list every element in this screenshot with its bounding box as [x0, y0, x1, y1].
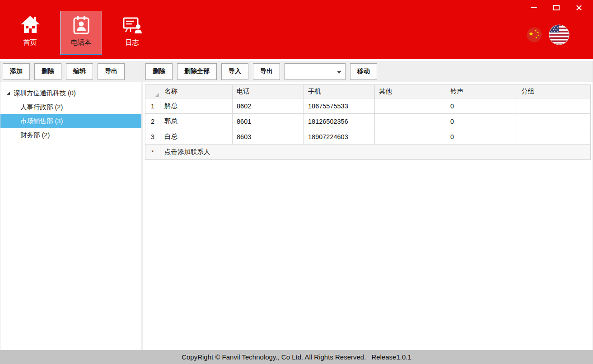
- cell-phone[interactable]: 8603: [233, 129, 304, 145]
- contact-row[interactable]: 2 郭总 8601 18126502356 0: [145, 114, 591, 129]
- nav-log-label: 日志: [126, 38, 139, 47]
- contact-delete-button[interactable]: 删除: [145, 63, 173, 80]
- cell-ring[interactable]: 0: [446, 129, 517, 145]
- footer: CopyRight © Fanvil Technology., Co Ltd. …: [0, 350, 593, 364]
- group-panel: 添加 删除 编辑 导出 深圳方位通讯科技 (0) 人事行政部 (2) 市场销售部…: [0, 61, 143, 350]
- app-window: × 首页: [0, 0, 593, 364]
- tree-expander-icon[interactable]: [6, 92, 10, 95]
- corner-triangle-icon: [155, 93, 159, 97]
- titlebar: × 首页: [0, 0, 593, 59]
- svg-text:★: ★: [535, 36, 537, 39]
- table-header-row: 名称 电话 手机 其他 铃声 分组: [145, 85, 591, 98]
- cell-other[interactable]: [375, 98, 446, 114]
- home-icon: [19, 14, 41, 36]
- group-delete-button[interactable]: 删除: [34, 63, 61, 80]
- minimize-icon: [531, 7, 537, 8]
- column-header-mobile[interactable]: 手机: [304, 85, 375, 98]
- contacts-table-container: 名称 电话 手机 其他 铃声 分组 1 解总 8602: [145, 84, 591, 160]
- nav-home[interactable]: 首页: [9, 11, 51, 55]
- main-content: 添加 删除 编辑 导出 深圳方位通讯科技 (0) 人事行政部 (2) 市场销售部…: [0, 59, 593, 350]
- nav-phonebook[interactable]: 电话本: [60, 11, 102, 55]
- nav-log[interactable]: 日志: [111, 11, 153, 55]
- new-row-marker: *: [145, 145, 160, 160]
- cell-mobile[interactable]: 18675575533: [304, 98, 375, 114]
- cell-group[interactable]: [517, 98, 591, 114]
- row-selector[interactable]: 1: [145, 98, 160, 114]
- language-switcher: ★ ★ ★ ★ ★: [527, 24, 570, 45]
- release-version: Release1.0.1: [371, 353, 411, 361]
- select-all-corner[interactable]: [145, 85, 160, 98]
- contacts-panel: 删除 删除全部 导入 导出 移动: [143, 61, 593, 350]
- tree-item-label: 市场销售部 (3): [20, 117, 63, 126]
- close-icon: ×: [575, 2, 582, 14]
- contacts-table: 名称 电话 手机 其他 铃声 分组 1 解总 8602: [145, 84, 591, 160]
- add-contact-hint[interactable]: 点击添加联系人: [160, 145, 591, 160]
- tree-root-label: 深圳方位通讯科技 (0): [14, 89, 76, 98]
- row-selector[interactable]: 2: [145, 114, 160, 129]
- contact-row[interactable]: 1 解总 8602 18675575533 0: [145, 98, 591, 114]
- window-controls: ×: [523, 1, 590, 14]
- tree-item-hr-dept[interactable]: 人事行政部 (2): [0, 100, 141, 114]
- cell-phone[interactable]: 8601: [233, 114, 304, 129]
- contact-export-button[interactable]: 导出: [253, 63, 280, 80]
- column-header-other[interactable]: 其他: [375, 85, 446, 98]
- column-header-phone[interactable]: 电话: [233, 85, 304, 98]
- svg-text:★: ★: [528, 30, 534, 37]
- cell-name[interactable]: 白总: [160, 129, 233, 145]
- cell-mobile[interactable]: 18907224603: [304, 129, 375, 145]
- minimize-button[interactable]: [523, 1, 545, 14]
- tree-item-finance-dept[interactable]: 财务部 (2): [0, 128, 141, 142]
- tree-root-company[interactable]: 深圳方位通讯科技 (0): [0, 86, 141, 100]
- cell-other[interactable]: [375, 129, 446, 145]
- column-header-group[interactable]: 分组: [517, 85, 591, 98]
- cell-group[interactable]: [517, 114, 591, 129]
- column-header-ring[interactable]: 铃声: [446, 85, 517, 98]
- copyright-text: CopyRight © Fanvil Technology., Co Ltd. …: [182, 353, 366, 361]
- cell-mobile[interactable]: 18126502356: [304, 114, 375, 129]
- cell-name[interactable]: 解总: [160, 98, 233, 114]
- main-nav: 首页 电话本: [9, 11, 153, 55]
- chevron-down-icon: [337, 71, 341, 74]
- phonebook-icon: [70, 14, 92, 36]
- column-header-name[interactable]: 名称: [160, 85, 233, 98]
- group-edit-button[interactable]: 编辑: [66, 63, 93, 80]
- us-flag-icon[interactable]: [549, 24, 570, 45]
- cell-ring[interactable]: 0: [446, 114, 517, 129]
- tree-item-sales-dept[interactable]: 市场销售部 (3): [0, 114, 141, 128]
- group-toolbar: 添加 删除 编辑 导出: [0, 61, 141, 82]
- group-export-button[interactable]: 导出: [98, 63, 125, 80]
- add-contact-row[interactable]: * 点击添加联系人: [145, 145, 591, 160]
- cell-name[interactable]: 郭总: [160, 114, 233, 129]
- group-tree: 深圳方位通讯科技 (0) 人事行政部 (2) 市场销售部 (3) 财务部 (2): [0, 82, 141, 350]
- contacts-toolbar: 删除 删除全部 导入 导出 移动: [143, 61, 593, 82]
- contact-delete-all-button[interactable]: 删除全部: [177, 63, 217, 80]
- maximize-icon: [553, 5, 560, 10]
- contact-row[interactable]: 3 白总 8603 18907224603 0: [145, 129, 591, 145]
- log-icon: [121, 14, 143, 36]
- tree-item-label: 人事行政部 (2): [20, 103, 63, 112]
- cell-group[interactable]: [517, 129, 591, 145]
- cell-other[interactable]: [375, 114, 446, 129]
- close-button[interactable]: ×: [568, 1, 590, 14]
- contact-import-button[interactable]: 导入: [221, 63, 248, 80]
- nav-phonebook-label: 电话本: [71, 38, 91, 47]
- maximize-button[interactable]: [545, 1, 568, 14]
- row-selector[interactable]: 3: [145, 129, 160, 145]
- chinese-flag-icon[interactable]: ★ ★ ★ ★ ★: [527, 27, 542, 42]
- cell-phone[interactable]: 8602: [233, 98, 304, 114]
- tree-item-label: 财务部 (2): [20, 131, 50, 140]
- contact-move-button[interactable]: 移动: [350, 63, 377, 80]
- cell-ring[interactable]: 0: [446, 98, 517, 114]
- group-select[interactable]: [285, 63, 346, 80]
- nav-home-label: 首页: [23, 38, 37, 47]
- group-add-button[interactable]: 添加: [3, 63, 30, 80]
